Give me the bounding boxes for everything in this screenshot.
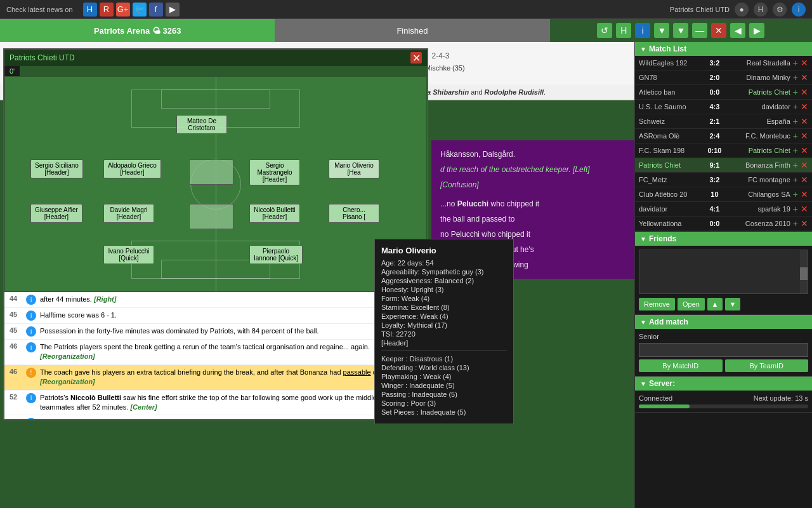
match-list-item[interactable]: Club Atlético 20 10 Chilangos SA + ✕ [635,187,812,202]
nav-prev[interactable]: ◀ [730,23,745,38]
player-niccolo[interactable]: Niccolò Bulletti[Header] [249,204,300,223]
topbar-team-name: Patriots Chieti UTD [670,6,730,13]
match-list-item[interactable]: FC_Metz 3:2 FC montagne + ✕ [635,173,812,187]
friends-up-btn[interactable]: ▲ [707,298,723,311]
player-matteo[interactable]: Matteo DeCristofaro [176,115,227,134]
friends-header: ▼ Friends [635,232,812,246]
match-remove-btn[interactable]: ✕ [801,175,808,185]
icon-r[interactable]: R [100,3,114,17]
icon-twitter[interactable]: 🐦 [133,3,147,17]
match-remove-btn[interactable]: ✕ [801,131,808,141]
match-list-item[interactable]: ASRoma Olè 2:4 F.C. Montebuc + ✕ [635,129,812,144]
friends-remove-btn[interactable]: Remove [639,298,675,311]
match-add-btn[interactable]: + [793,160,798,170]
friends-scroll-handle[interactable] [800,267,808,280]
nav-next[interactable]: ▶ [749,23,764,38]
match-list-item[interactable]: davidator 4:1 spartak 19 + ✕ [635,202,812,217]
match-add-btn[interactable]: + [793,87,798,97]
popup-window: Patriots Chieti UTD ✕ 0' Matteo DeCristo… [3,48,428,420]
match-list-item[interactable]: WildEagles 192 3:2 Real Stradella + ✕ [635,56,812,70]
add-match-input-field[interactable] [639,343,808,357]
match-score-val: 3:2 [705,176,724,184]
nav-home[interactable]: H [616,23,631,38]
icon-h[interactable]: H [83,3,97,17]
nav-down1[interactable]: ▼ [654,23,669,38]
match-add-btn[interactable]: + [793,189,798,199]
popup-titlebar: Patriots Chieti UTD ✕ [4,50,427,66]
match-remove-btn[interactable]: ✕ [801,145,808,156]
nav-down2[interactable]: ▼ [673,23,688,38]
player-pierpaolo[interactable]: PierpaoloIannone [Quick] [249,245,303,264]
server-status: Connected Next update: 13 s [639,394,808,402]
match-away: spartak 19 [726,205,790,213]
player-chero[interactable]: Chero...Pisano [ [329,204,379,223]
nav-refresh[interactable]: ↺ [597,23,612,38]
match-list-item[interactable]: Patriots Chiet 9:1 Bonanza Finth + ✕ [635,158,812,173]
player-empty-1[interactable] [189,159,233,185]
match-home: Patriots Chiet [639,161,702,169]
match-list-item[interactable]: U.S. Le Saumo 4:3 davidator + ✕ [635,100,812,114]
match-remove-btn[interactable]: ✕ [801,218,808,229]
behind-line3: [Confusion] [440,177,625,192]
match-list-item[interactable]: Atletico ban 0:0 Patriots Chiet + ✕ [635,85,812,100]
match-list-item[interactable]: Schweiz 2:1 España + ✕ [635,114,812,129]
match-away: davidator [726,103,790,110]
match-score-val: 0:0 [705,88,724,96]
match-remove-btn[interactable]: ✕ [801,116,808,126]
topbar-icons: H R G+ 🐦 f ▶ [83,3,180,17]
left-area: 4-4-2 Patriots Chieti UTD 9:1 Bonanza Fi… [0,42,634,508]
match-remove-btn[interactable]: ✕ [801,189,808,199]
nav-info[interactable]: i [635,23,650,38]
player-mario[interactable]: Mario Oliverio[Hea [329,159,379,178]
topbar-settings-icon[interactable]: ⚙ [773,3,787,17]
icon-facebook[interactable]: f [149,3,163,17]
match-list-item[interactable]: Yellownationa 0:0 Cosenza 2010 + ✕ [635,217,812,231]
topbar-circle-icon[interactable]: ● [735,3,749,17]
topbar-hattrick-icon[interactable]: H [754,3,768,17]
icon-gplus[interactable]: G+ [116,3,130,17]
match-remove-btn[interactable]: ✕ [801,58,808,68]
player-empty-2[interactable] [189,204,233,229]
comment-row: 45 i Halftime score was 6 - 1. [4,308,427,324]
comment-min: 45 [10,326,22,334]
match-list-item[interactable]: GN78 2:0 Dinamo Minky + ✕ [635,70,812,85]
comment-text: after 44 minutes. [Right] [40,295,422,304]
topbar-info-icon[interactable]: i [792,3,806,17]
match-add-btn[interactable]: + [793,175,798,185]
match-remove-btn[interactable]: ✕ [801,72,808,83]
match-remove-btn[interactable]: ✕ [801,102,808,112]
match-add-btn[interactable]: + [793,72,798,83]
match-add-btn[interactable]: + [793,58,798,68]
friends-open-btn[interactable]: Open [678,298,705,311]
player-davide[interactable]: Davide Magri[Header] [103,204,154,223]
player-ivano[interactable]: Ivano Pelucchi[Quick] [103,245,154,264]
friends-title: Friends [649,234,676,243]
match-add-btn[interactable]: + [793,218,798,229]
match-add-btn[interactable]: + [793,131,798,141]
match-list-item[interactable]: F.C. Skam 198 0:10 Patriots Chiet + ✕ [635,144,812,158]
match-home: U.S. Le Saumo [639,103,702,110]
player-sergio-m[interactable]: SergioMastrangelo[Header] [249,159,300,185]
match-add-btn[interactable]: + [793,204,798,214]
friends-buttons: Remove Open ▲ ▼ [639,298,808,311]
tab-finished[interactable]: Finished [275,19,549,42]
nav-dash[interactable]: — [692,23,707,38]
player-aldopaolo[interactable]: Aldopaolo Grieco[Header] [103,159,161,178]
match-add-btn[interactable]: + [793,116,798,126]
topbar-label: Check latest news on [6,6,73,13]
popup-close-button[interactable]: ✕ [410,52,422,64]
tab-arena[interactable]: Patriots Arena 🌤 3263 [0,19,275,42]
match-add-btn[interactable]: + [793,102,798,112]
friends-down-btn[interactable]: ▼ [725,298,740,311]
match-remove-btn[interactable]: ✕ [801,87,808,97]
friends-scrollbar[interactable] [800,250,808,293]
by-match-id-btn[interactable]: By MatchID [639,359,723,372]
player-giuseppe[interactable]: Giuseppe Alfier[Header] [30,204,82,223]
nav-close[interactable]: ✕ [711,23,726,38]
icon-video[interactable]: ▶ [166,3,180,17]
player-sergio-s[interactable]: Sergio Siciliano[Header] [30,159,83,178]
match-add-btn[interactable]: + [793,145,798,156]
match-remove-btn[interactable]: ✕ [801,160,808,170]
match-remove-btn[interactable]: ✕ [801,204,808,214]
by-team-id-btn[interactable]: By TeamID [725,359,809,372]
